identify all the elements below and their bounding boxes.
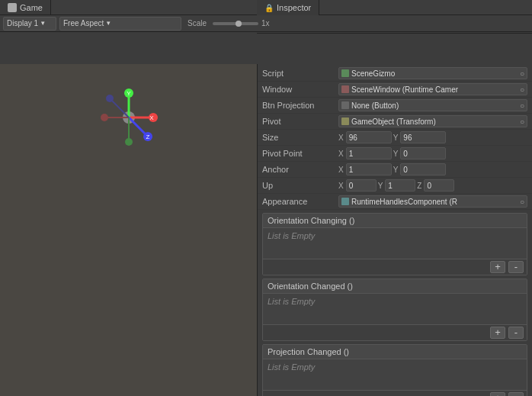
btn-proj-obj-arrow: ○ <box>520 101 524 110</box>
script-value: SceneGizmo <box>351 69 395 78</box>
window-obj-arrow: ○ <box>520 85 524 94</box>
orientation-changing-footer: + - <box>263 259 527 275</box>
orientation-changing-header: Orientation Changing () <box>263 214 527 228</box>
inspector-tab[interactable]: 🔒 Inspector <box>257 0 319 15</box>
pivot-x-input[interactable] <box>346 147 392 159</box>
up-z-input[interactable] <box>424 179 454 192</box>
pivot-field-row: Pivot GameObject (Transform) ○ <box>258 114 532 130</box>
appearance-icon <box>341 198 349 205</box>
scale-value: 1x <box>261 19 270 27</box>
orientation-changed-label: Orientation Changed () <box>268 282 353 291</box>
window-label: Window <box>262 85 338 94</box>
window-icon <box>341 85 349 93</box>
orientation-changing-body: List is Empty <box>263 228 527 259</box>
up-label: Up <box>262 181 338 190</box>
up-x-label: X <box>338 182 344 190</box>
pivot-value-container: GameObject (Transform) ○ <box>338 115 527 127</box>
up-value-container: X Y Z <box>338 179 527 192</box>
pivot-object-field[interactable]: GameObject (Transform) ○ <box>338 115 527 127</box>
gizmo-container: X Y Z <box>98 87 159 148</box>
btn-proj-object-field[interactable]: None (Button) ○ <box>338 99 527 111</box>
appearance-field-row: Appearance RuntimeHandlesComponent (R ○ <box>258 194 532 210</box>
window-value: SceneWindow (Runtime Camer <box>351 85 458 94</box>
script-label: Script <box>262 69 338 78</box>
svg-point-13 <box>125 138 133 146</box>
up-x-input[interactable] <box>346 179 377 192</box>
projection-changed-empty: List is Empty <box>268 362 315 372</box>
window-object-field[interactable]: SceneWindow (Runtime Camer ○ <box>338 83 527 95</box>
svg-point-11 <box>101 114 108 121</box>
anchor-x-input[interactable] <box>346 163 392 175</box>
projection-changed-footer: + - <box>263 390 527 396</box>
script-value-container: SceneGizmo ○ <box>338 67 527 79</box>
btn-proj-value: None (Button) <box>351 101 399 110</box>
lock-icon: 🔒 <box>264 4 274 12</box>
appearance-object-field[interactable]: RuntimeHandlesComponent (R ○ <box>338 195 527 208</box>
aspect-chevron-icon: ▼ <box>105 20 111 27</box>
size-y-input[interactable] <box>400 131 446 143</box>
orientation-changed-footer: + - <box>263 324 527 340</box>
up-y-label: Y <box>378 182 383 190</box>
scale-thumb <box>236 21 242 27</box>
btn-proj-label: Btn Projection <box>262 101 338 110</box>
projection-changed-label: Projection Changed () <box>268 347 349 356</box>
pivot-x-label: X <box>338 150 344 158</box>
projection-changed-body: List is Empty <box>263 359 527 390</box>
orientation-changing-remove-btn[interactable]: - <box>508 261 524 273</box>
pivot-y-label: Y <box>393 150 399 158</box>
svg-text:Z: Z <box>146 134 149 140</box>
orientation-changed-header: Orientation Changed () <box>263 279 527 294</box>
pivot-obj-arrow: ○ <box>520 118 524 126</box>
up-z-label: Z <box>417 182 421 190</box>
inspector-panel: Script SceneGizmo ○ Window SceneWindow (… <box>257 64 532 396</box>
game-tab-label: Game <box>20 3 43 12</box>
size-x-input[interactable] <box>346 131 392 143</box>
scale-slider[interactable] <box>213 22 258 25</box>
aspect-select[interactable]: Free Aspect ▼ <box>59 17 181 31</box>
projection-changed-header: Projection Changed () <box>263 345 527 359</box>
orientation-changing-add-btn[interactable]: + <box>490 261 505 273</box>
size-field-row: Size X Y <box>258 130 532 146</box>
appearance-label: Appearance <box>262 197 338 206</box>
display-chevron-icon: ▼ <box>40 20 46 27</box>
btn-proj-field-row: Btn Projection None (Button) ○ <box>258 98 532 114</box>
game-icon <box>8 3 17 12</box>
pivot-icon <box>341 118 349 125</box>
orientation-changed-body: List is Empty <box>263 294 527 324</box>
aspect-label: Free Aspect <box>63 19 104 27</box>
projection-changed-section: Projection Changed () List is Empty + - <box>262 344 527 396</box>
projection-changed-remove-btn[interactable]: - <box>508 392 524 396</box>
orientation-changing-label: Orientation Changing () <box>268 216 354 225</box>
pivot-point-field-row: Pivot Point X Y <box>258 146 532 162</box>
orientation-changed-section: Orientation Changed () List is Empty + - <box>262 278 527 341</box>
orientation-changed-remove-btn[interactable]: - <box>508 327 524 339</box>
script-object-field[interactable]: SceneGizmo ○ <box>338 67 527 79</box>
appearance-value-container: RuntimeHandlesComponent (R ○ <box>338 195 527 208</box>
scale-label: Scale <box>184 17 210 31</box>
orientation-changing-empty: List is Empty <box>268 231 315 240</box>
pivot-label: Pivot <box>262 117 338 126</box>
up-y-input[interactable] <box>385 179 415 192</box>
script-icon <box>341 69 349 77</box>
projection-changed-add-btn[interactable]: + <box>490 392 505 396</box>
size-x-label: X <box>338 134 344 142</box>
anchor-value-container: X Y <box>338 163 527 175</box>
window-value-container: SceneWindow (Runtime Camer ○ <box>338 83 527 95</box>
svg-text:Y: Y <box>127 90 131 97</box>
inspector-tab-label: Inspector <box>277 3 311 12</box>
appearance-value: RuntimeHandlesComponent (R <box>351 198 457 206</box>
scene-gizmo-svg: X Y Z <box>98 87 159 148</box>
anchor-y-input[interactable] <box>400 163 446 175</box>
game-view: X Y Z <box>0 64 257 396</box>
pivot-point-value-container: X Y <box>338 147 527 159</box>
display-select[interactable]: Display 1 ▼ <box>3 17 56 31</box>
orientation-changed-add-btn[interactable]: + <box>490 327 505 339</box>
pivot-value: GameObject (Transform) <box>351 118 436 126</box>
anchor-y-label: Y <box>393 166 399 174</box>
pivot-y-input[interactable] <box>400 147 446 159</box>
appearance-obj-arrow: ○ <box>520 198 524 206</box>
orientation-changed-empty: List is Empty <box>268 297 315 306</box>
game-tab[interactable]: Game <box>0 0 51 14</box>
btn-proj-value-container: None (Button) ○ <box>338 99 527 111</box>
script-field-row: Script SceneGizmo ○ <box>258 66 532 82</box>
